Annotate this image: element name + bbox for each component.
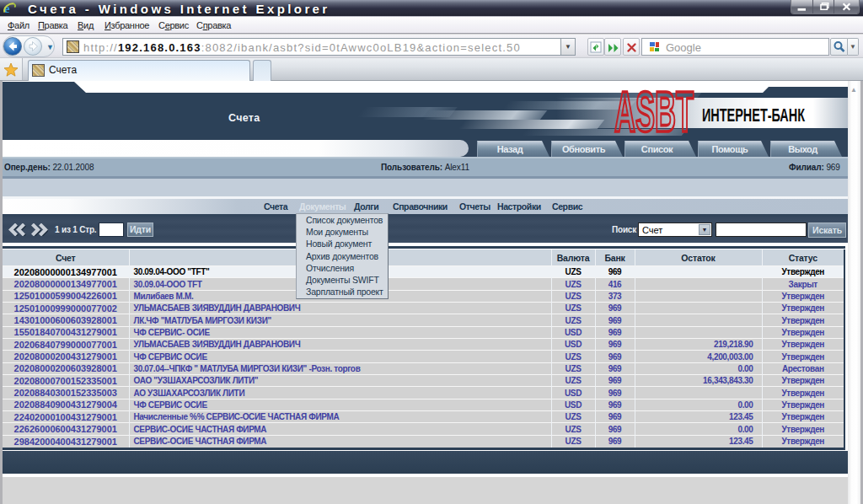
svg-text:ASBT: ASBT	[614, 79, 694, 143]
svg-text:ИНТЕРНЕТ-БАНК: ИНТЕРНЕТ-БАНК	[702, 105, 805, 126]
